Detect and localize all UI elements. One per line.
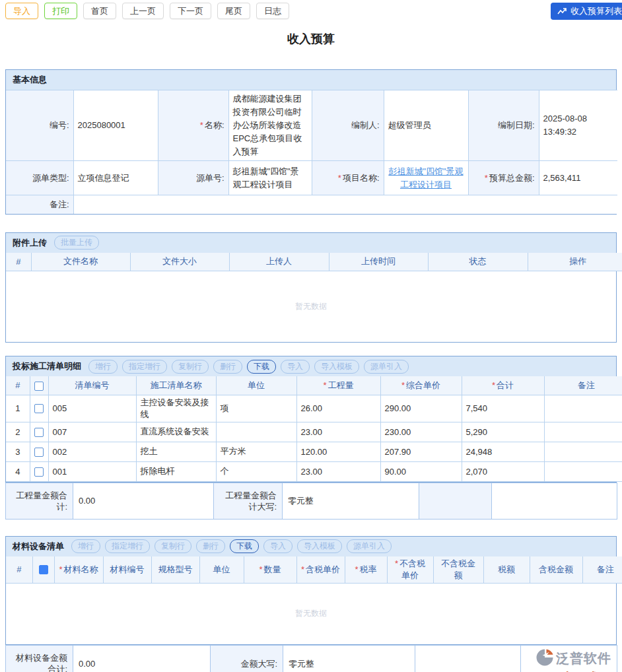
last-page-button[interactable]: 尾页 <box>217 3 250 19</box>
required-asterisk: * <box>492 380 495 390</box>
required-asterisk: * <box>395 558 398 568</box>
trend-arrow-icon <box>557 7 567 15</box>
import-rows-button[interactable]: 导入 <box>281 360 310 374</box>
required-asterisk: * <box>401 380 405 390</box>
bid-summary-table: 工程量金额合计: 0.00 工程量金额合计大写: 零元整 <box>5 483 617 520</box>
column-header: *工程量 <box>296 376 380 395</box>
add-row-button[interactable]: 增行 <box>71 539 100 553</box>
table-cell: 挖土 <box>136 442 216 461</box>
checkbox-cell <box>30 461 48 481</box>
source-type-label: 源单类型: <box>6 161 73 195</box>
attachments-header: 附件上传 批量上传 <box>6 233 616 253</box>
insert-row-button[interactable]: 指定增行 <box>122 360 167 374</box>
column-header: 含税金额 <box>530 556 582 584</box>
row-checkbox[interactable] <box>34 467 44 477</box>
download-button[interactable]: 下载 <box>230 539 259 553</box>
table-cell: 23.00 <box>296 461 380 481</box>
column-header: 单位 <box>216 376 296 395</box>
bid-list-table: #清单编号施工清单名称单位*工程量*综合单价*合计备注1005主控设备安装及接线… <box>6 376 616 482</box>
row-checkbox[interactable] <box>34 404 44 413</box>
insert-row-button[interactable]: 指定增行 <box>105 539 150 553</box>
prev-page-button[interactable]: 上一页 <box>122 3 164 19</box>
column-header: 文件名称 <box>31 253 130 271</box>
import-button[interactable]: 导入 <box>5 3 38 19</box>
select-all-header <box>30 376 48 395</box>
table-cell <box>544 395 622 422</box>
income-budget-page: 导入 打印 首页 上一页 下一页 尾页 日志 收入预算列表 收入预算 基本信息 <box>0 0 622 672</box>
table-cell: 290.00 <box>380 395 462 422</box>
brand-cell: 泛普软件 www.fanpusoft.com <box>521 645 617 672</box>
project-link[interactable]: 彭祖新城"四馆"景观工程设计项目 <box>388 165 464 191</box>
income-budget-list-label: 收入预算列表 <box>570 5 622 17</box>
import-template-button[interactable]: 导入模板 <box>314 360 359 374</box>
checkbox-cell <box>30 395 48 422</box>
material-summary-table: 材料设备金额合计: 0.00 金额大写: 零元整 泛普软件 <box>5 645 617 672</box>
basic-info-title: 基本信息 <box>13 74 47 86</box>
table-row: 2007直流系统设备安装23.00230.005,290 <box>6 422 622 442</box>
table-cell: 24,948 <box>462 442 544 461</box>
column-header: 备注 <box>544 376 622 395</box>
income-budget-list-button[interactable]: 收入预算列表 <box>551 3 622 20</box>
table-cell: 直流系统设备安装 <box>136 422 216 442</box>
column-header: *数量 <box>244 556 296 584</box>
print-button[interactable]: 打印 <box>44 3 77 19</box>
bid-caps-value: 零元整 <box>283 483 419 519</box>
select-all-checkbox[interactable] <box>34 382 44 391</box>
table-cell: 2 <box>6 422 30 442</box>
delete-row-button[interactable]: 删行 <box>213 360 242 374</box>
table-cell <box>544 461 622 481</box>
copy-row-button[interactable]: 复制行 <box>155 539 191 553</box>
source-type-value: 立项信息登记 <box>73 161 158 195</box>
attachments-empty-state: 暂无数据 <box>6 271 616 342</box>
batch-upload-button[interactable]: 批量上传 <box>54 236 99 250</box>
log-button[interactable]: 日志 <box>256 3 289 19</box>
import-template-button[interactable]: 导入模板 <box>297 539 342 553</box>
column-header: *税率 <box>345 556 387 584</box>
table-cell: 拆除电杆 <box>136 461 216 481</box>
basic-info-panel: 基本信息 编号: 2025080001 *名称: 成都能源建设集团投资有限公司临… <box>5 69 617 215</box>
bid-total-label: 工程量金额合计: <box>6 483 73 519</box>
table-cell: 平方米 <box>216 442 296 461</box>
table-cell: 个 <box>216 461 296 481</box>
table-row: 3002挖土平方米120.00207.9024,948 <box>6 442 622 461</box>
fanpu-brand: 泛普软件 www.fanpusoft.com <box>526 648 611 672</box>
add-row-button[interactable]: 增行 <box>88 360 118 374</box>
required-asterisk: * <box>259 564 262 574</box>
material-list-table: #*材料名称材料编号规格型号单位*数量*含税单价*税率*不含税单价不含税金额税额… <box>6 556 616 584</box>
page-title: 收入预算 <box>0 31 622 47</box>
first-page-button[interactable]: 首页 <box>83 3 116 19</box>
table-cell <box>216 422 296 442</box>
table-cell: 90.00 <box>380 461 462 481</box>
column-header: 单位 <box>199 556 244 584</box>
table-cell: 2,070 <box>462 461 544 481</box>
table-cell: 4 <box>6 461 30 481</box>
basic-info-header: 基本信息 <box>6 70 616 90</box>
next-page-button[interactable]: 下一页 <box>170 3 211 19</box>
no-label: 编号: <box>6 90 73 161</box>
source-import-button[interactable]: 源单引入 <box>364 360 409 374</box>
required-asterisk: * <box>59 564 62 574</box>
source-import-button[interactable]: 源单引入 <box>347 539 392 553</box>
project-label: *项目名称: <box>312 161 384 195</box>
row-checkbox[interactable] <box>34 428 44 437</box>
download-button[interactable]: 下载 <box>247 360 276 374</box>
row-checkbox[interactable] <box>34 448 44 457</box>
column-header: *综合单价 <box>380 376 462 395</box>
column-header: 材料编号 <box>103 556 151 584</box>
remark-value <box>73 195 617 214</box>
table-cell: 23.00 <box>296 422 380 442</box>
table-cell: 1 <box>6 395 30 422</box>
select-all-checkbox[interactable] <box>39 565 48 574</box>
table-cell: 230.00 <box>380 422 462 442</box>
import-rows-button[interactable]: 导入 <box>263 539 293 553</box>
column-header: 文件大小 <box>130 253 229 271</box>
table-cell: 207.90 <box>380 442 462 461</box>
bid-caps-label: 工程量金额合计大写: <box>214 483 283 519</box>
source-no-label: 源单号: <box>158 161 228 195</box>
table-cell: 主控设备安装及接线 <box>136 395 216 422</box>
delete-row-button[interactable]: 删行 <box>196 539 225 553</box>
copy-row-button[interactable]: 复制行 <box>172 360 209 374</box>
required-asterisk: * <box>323 380 326 390</box>
select-all-header <box>32 556 54 584</box>
bid-list-title: 投标施工清单明细 <box>13 360 81 372</box>
